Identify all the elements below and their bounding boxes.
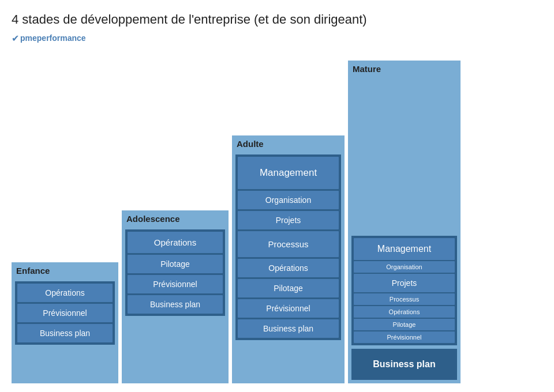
adulte-cell-1: Organisation (238, 191, 339, 209)
logo-icon: ✔ (12, 33, 19, 44)
mature-cell-7: Business plan (370, 351, 437, 378)
adulte-cell-0: Management (238, 157, 339, 189)
enfance-outer: Enfance Opérations Prévisionnel Business… (12, 262, 118, 383)
col-adulte: Adulte Management Organisation Projets P… (232, 135, 345, 383)
enfance-cell-2: Business plan (17, 324, 113, 342)
mature-cell-2: Projets (354, 274, 455, 292)
col-adolescence: Adolescence Opérations Pilotage Prévisio… (122, 210, 229, 383)
adolescence-inner: Opérations Pilotage Prévisionnel Busines… (125, 229, 225, 316)
adolescence-cell-2: Prévisionnel (128, 275, 223, 293)
mature-label: Mature (348, 61, 461, 76)
adolescence-outer: Adolescence Opérations Pilotage Prévisio… (122, 210, 229, 383)
adulte-cell-5: Pilotage (238, 279, 339, 297)
logo: ✔ pmeperformance (12, 33, 542, 44)
mature-inner-bottom: Business plan (351, 349, 457, 380)
mature-outer: Mature Management Organisation Projets P… (348, 61, 461, 383)
enfance-cell-0: Opérations (17, 284, 113, 302)
logo-bold: performance (37, 33, 86, 43)
adulte-cell-3: Processus (238, 231, 339, 257)
mature-cell-5: Pilotage (354, 319, 455, 330)
mature-cell-0: Management (354, 238, 455, 260)
mature-cell-3: Processus (354, 293, 455, 305)
mature-cell-4: Opérations (354, 306, 455, 318)
col-enfance: Enfance Opérations Prévisionnel Business… (12, 262, 118, 383)
page-container: 4 stades de développement de l'entrepris… (0, 0, 554, 392)
page-title: 4 stades de développement de l'entrepris… (12, 12, 542, 28)
logo-text: pmeperformance (20, 33, 86, 43)
col-mature: Mature Management Organisation Projets P… (348, 61, 461, 383)
mature-inner-top: Management Organisation Projets Processu… (351, 236, 457, 345)
mature-cell-1: Organisation (354, 261, 455, 273)
adulte-cell-6: Prévisionnel (238, 299, 339, 318)
adolescence-label: Adolescence (122, 210, 229, 226)
mature-cell-6: Prévisionnel (354, 331, 455, 343)
chart-area: Enfance Opérations Prévisionnel Business… (12, 54, 542, 386)
mature-spacer (348, 76, 461, 232)
adulte-cell-7: Business plan (238, 319, 339, 338)
adolescence-cell-0: Opérations (128, 232, 223, 253)
enfance-inner: Opérations Prévisionnel Business plan (15, 281, 115, 345)
adolescence-cell-1: Pilotage (128, 255, 223, 273)
adolescence-cell-3: Business plan (128, 295, 223, 314)
adulte-inner: Management Organisation Projets Processu… (235, 154, 341, 340)
adulte-cell-4: Opérations (238, 259, 339, 277)
adulte-cell-2: Projets (238, 211, 339, 229)
header: 4 stades de développement de l'entrepris… (12, 12, 542, 50)
adulte-label: Adulte (232, 135, 345, 151)
enfance-label: Enfance (12, 262, 118, 278)
logo-light: pme (20, 33, 37, 43)
adulte-outer: Adulte Management Organisation Projets P… (232, 135, 345, 383)
enfance-cell-1: Prévisionnel (17, 304, 113, 322)
